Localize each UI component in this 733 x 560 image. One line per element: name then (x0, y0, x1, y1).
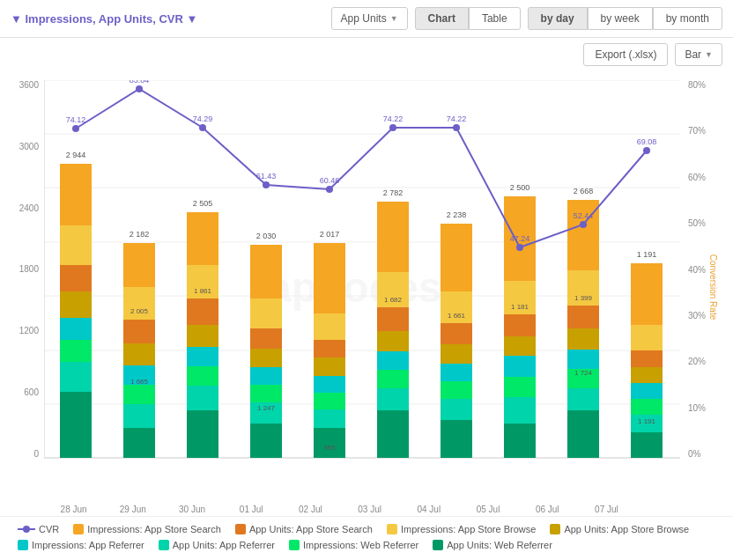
bar-30jun-browse-units (187, 325, 218, 347)
bar-03jul-web-ref-units (377, 410, 409, 458)
legend-imp-web-ref-label: Impressions: Web Referrer (303, 540, 418, 550)
legend-dot-units-app-ref (159, 540, 169, 550)
x-label-03jul: 03 Jul (340, 505, 399, 514)
table-button[interactable]: Table (469, 7, 521, 30)
bar-01jul-search-units (250, 328, 282, 349)
cvr-dot-29jun (136, 85, 143, 92)
sublabel-06jul-1399: 1 399 (574, 294, 593, 302)
bar-28jun-browse-units (60, 291, 92, 318)
x-label-30jun: 30 Jun (162, 505, 221, 514)
bar-29jun-search-imp (123, 243, 155, 287)
period-toggle: by day by week by month (528, 7, 722, 30)
cvr-label-29jun: 83.04 (130, 80, 150, 85)
sublabel-06jul-1724: 1 724 (574, 369, 593, 377)
legend-imp-browse-label: Impressions: App Store Browse (401, 524, 536, 534)
by-week-button[interactable]: by week (588, 7, 653, 30)
cvr-dot-03jul (389, 124, 396, 131)
bar-29jun-search-units (123, 320, 155, 343)
x-label-01jul: 01 Jul (222, 505, 281, 514)
chart-type-select[interactable]: Bar ▼ (675, 43, 722, 66)
legend-imp-app-ref: Impressions: App Referrer (18, 540, 144, 550)
label-01jul: 2 030 (256, 232, 277, 240)
bar-05jul-app-ref-units (504, 397, 536, 424)
label-02jul: 2 017 (320, 230, 340, 239)
bar-06jul-browse-units (567, 328, 599, 350)
export-button[interactable]: Export (.xlsx) (583, 43, 668, 66)
cvr-label-02jul: 60.46 (320, 176, 340, 185)
by-day-button[interactable]: by day (528, 7, 588, 30)
bar-05jul-browse-units (504, 336, 536, 356)
bar-01jul-browse-units (250, 349, 282, 367)
bar-30jun-web-ref-units (187, 410, 218, 458)
label-04jul: 2 238 (447, 210, 467, 219)
chart-type-arrow-icon: ▼ (705, 50, 713, 59)
legend-dot-units-browse (550, 524, 560, 534)
bar-05jul-search-units (504, 314, 536, 336)
cvr-dot-04jul (453, 124, 460, 131)
y-axis-right-label: Conversion Rate (707, 254, 717, 320)
label-03jul: 2 782 (383, 188, 404, 197)
bar-01jul-browse-imp (250, 298, 282, 328)
legend-units-app-ref-label: App Units: App Referrer (173, 540, 275, 550)
x-label-02jul: 02 Jul (281, 505, 340, 514)
legend-units-search-label: App Units: App Store Search (249, 524, 373, 534)
x-label-06jul: 06 Jul (518, 505, 577, 514)
legend-imp-search-label: Impressions: App Store Search (87, 524, 221, 534)
chart-table-toggle: Chart Table (415, 7, 521, 30)
y-right-60: 60% (688, 173, 706, 182)
bar-01jul-web-ref-units (250, 424, 282, 458)
bar-03jul-web-ref-imp (377, 370, 409, 388)
legend-dot-imp-search (73, 524, 84, 534)
bar-30jun-search-imp (187, 212, 218, 265)
bar-07jul-web-ref-units (631, 432, 663, 458)
y-right-20: 20% (688, 357, 706, 366)
bar-28jun-web-ref-imp (60, 340, 92, 362)
sublabel-29jun-1665: 1 665 (130, 378, 149, 386)
toolbar2: Export (.xlsx) Bar ▼ (0, 38, 733, 71)
filter-label[interactable]: ▼ Impressions, App Units, CVR ▼ (11, 12, 197, 26)
bar-02jul-search-imp (314, 243, 345, 313)
bar-01jul-app-ref-imp (250, 367, 282, 385)
legend-units-web-ref-label: App Units: Web Referrer (447, 540, 552, 550)
x-label-05jul: 05 Jul (458, 505, 517, 514)
bar-04jul-app-ref-units (441, 399, 472, 420)
y-right-0: 0% (688, 449, 700, 459)
bar-04jul-web-ref-units (441, 420, 472, 458)
bar-07jul-browse-imp (631, 325, 663, 350)
bar-03jul-browse-units (377, 331, 409, 351)
chart-button[interactable]: Chart (415, 7, 469, 30)
bar-29jun-browse-units (123, 343, 155, 365)
label-29jun: 2 182 (130, 230, 150, 239)
y-left-600: 600 (24, 387, 39, 397)
bar-04jul-search-units (441, 323, 472, 344)
bar-30jun-app-ref-imp (187, 347, 218, 366)
bar-03jul-app-ref-units (377, 388, 409, 410)
bar-29jun-web-ref-units (123, 428, 155, 458)
bar-28jun-search-units (60, 265, 92, 291)
bar-01jul-search-imp (250, 245, 282, 298)
bar-04jul-web-ref-imp (441, 381, 472, 399)
app-units-select[interactable]: App Units ▼ (331, 7, 408, 30)
bar-06jul-app-ref-units (567, 388, 599, 410)
legend-dot-units-search (235, 524, 246, 534)
legend-dot-imp-web-ref (289, 540, 300, 550)
bar-05jul-web-ref-units (504, 424, 536, 458)
sublabel-07jul-1191: 1 191 (638, 417, 656, 425)
cvr-dot-05jul (516, 244, 523, 251)
y-right-70: 70% (688, 126, 706, 136)
app-units-arrow-icon: ▼ (390, 14, 398, 23)
filter-title[interactable]: ▼ Impressions, App Units, CVR ▼ (11, 12, 197, 26)
y-right-30: 30% (688, 311, 706, 321)
bar-02jul-web-ref-imp (314, 393, 345, 409)
bar-04jul-app-ref-imp (441, 364, 472, 381)
legend-dot-imp-app-ref (18, 540, 28, 550)
bar-07jul-web-ref-imp (631, 399, 663, 415)
by-month-button[interactable]: by month (653, 7, 722, 30)
bar-30jun-app-ref-units (187, 386, 218, 410)
bar-30jun-search-units (187, 298, 218, 325)
y-left-1800: 1800 (19, 264, 39, 274)
y-right-40: 40% (688, 265, 706, 275)
legend-units-app-ref: App Units: App Referrer (159, 540, 275, 550)
bar-07jul-search-imp (631, 263, 663, 325)
bar-02jul-browse-units (314, 357, 345, 376)
